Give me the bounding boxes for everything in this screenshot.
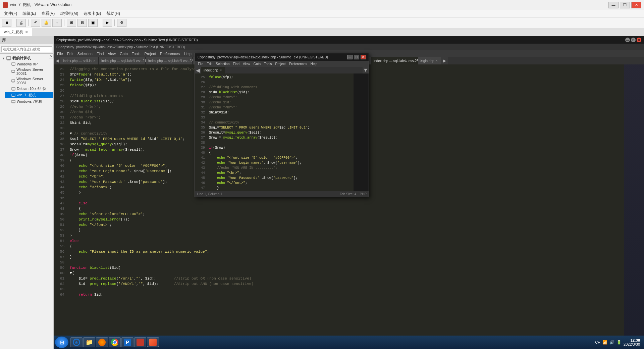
minimize-button[interactable]: —: [608, 2, 619, 8]
tab-scroll-left[interactable]: ◀: [54, 57, 60, 64]
taskbar-ie-button[interactable]: e: [70, 337, 83, 347]
popup-tab-right[interactable]: ▼: [363, 67, 369, 73]
menu-tabs[interactable]: 选项卡(B): [81, 10, 104, 17]
popup-tab-close[interactable]: ✕: [219, 68, 222, 72]
menu-edit[interactable]: 编辑(E): [20, 10, 39, 17]
sublime-menu-view[interactable]: View: [106, 52, 118, 56]
tab-2[interactable]: index.php — sqli-labs\Less-23 ✕: [146, 57, 193, 64]
tab-8-close[interactable]: ✕: [420, 59, 423, 62]
svg-rect-9: [12, 80, 15, 82]
taskbar-chrome-button[interactable]: [109, 337, 121, 347]
toolbar-pause[interactable]: ⏸: [2, 19, 11, 27]
svg-rect-2: [7, 60, 10, 60]
sidebar-item-label-ws2008: Windows Server 20081: [16, 77, 51, 85]
sidebar-item-mycomputer[interactable]: ▼ 我的计算机: [0, 55, 53, 61]
sidebar-item-win7b[interactable]: Windows 7靶机: [5, 98, 53, 105]
popup-menu-file[interactable]: File: [196, 62, 205, 66]
popup-menu-view[interactable]: View: [241, 62, 252, 66]
popup-menu-prefs[interactable]: Preferences: [287, 62, 309, 66]
toolbar-separator-4: [100, 19, 100, 26]
svg-rect-19: [12, 103, 14, 103]
popup-menu-goto[interactable]: Goto: [252, 62, 262, 66]
sublime-menu-edit[interactable]: Edit: [65, 52, 75, 56]
sidebar: 库 ✕ ▼ 我的计算机: [0, 36, 54, 349]
sidebar-item-winxp[interactable]: Windows XP: [5, 61, 53, 67]
sublime-minimap: [624, 64, 644, 342]
restore-button[interactable]: ❐: [620, 2, 630, 8]
vm-tab-active[interactable]: win_7_靶机 ✕: [0, 28, 32, 36]
menu-file[interactable]: 文件(F): [1, 10, 20, 17]
popup-menu-find[interactable]: Find: [231, 62, 241, 66]
tab-1-close[interactable]: ✕: [148, 59, 150, 62]
toolbar-bell[interactable]: 🔔: [42, 19, 51, 27]
sound-icon[interactable]: 🔊: [609, 340, 614, 345]
toolbar-separator-2: [28, 19, 29, 26]
toolbar-window3[interactable]: ▣: [88, 19, 98, 27]
taskbar-red-button[interactable]: [134, 337, 146, 347]
toolbar-print[interactable]: 🖨: [16, 19, 26, 27]
popup-menu-tools[interactable]: Tools: [262, 62, 273, 66]
toolbar-settings[interactable]: ⚙: [117, 19, 126, 27]
popup-menu-project[interactable]: Project: [274, 62, 287, 66]
taskbar-p-button[interactable]: P: [121, 337, 133, 347]
tab-9-close[interactable]: ✕: [435, 59, 438, 62]
tab-0-close[interactable]: ✕: [93, 59, 96, 62]
toolbar-play[interactable]: ▶: [103, 19, 112, 27]
taskbar-explorer-button[interactable]: 📁: [83, 337, 95, 347]
sidebar-item-ws2008[interactable]: Windows Server 20081: [5, 76, 53, 86]
menu-help[interactable]: 帮助(H): [104, 10, 123, 17]
svg-rect-14: [12, 90, 15, 91]
tab-1[interactable]: index.php — sqli-labs\Less-21 ✕: [99, 57, 146, 64]
popup-menu-edit[interactable]: Edit: [205, 62, 214, 66]
sublime-menu-find[interactable]: Find: [95, 52, 106, 56]
sublime-path-text: C:\phpstudy_pro\WWW\sqli-labs\Less-25\in…: [56, 45, 185, 49]
popup-code-area[interactable]: fclose($fp); //fiddling with comments $i…: [207, 73, 354, 191]
start-button[interactable]: ⊞: [55, 337, 68, 348]
tab-0[interactable]: index.php — sqli-la ✕: [60, 57, 99, 64]
sublime-menu-help[interactable]: Help: [182, 52, 194, 56]
sublime-title-bar: C:\phpstudy_pro\WWW\sqli-labs\Less-25\in…: [54, 36, 644, 44]
sublime-menu-file[interactable]: File: [55, 52, 65, 56]
tab-scroll-right[interactable]: ▶: [441, 57, 448, 64]
toolbar-back[interactable]: ↶: [31, 19, 40, 27]
menu-vm[interactable]: 虚拟机(M): [57, 10, 81, 17]
menu-view[interactable]: 查看(V): [39, 10, 57, 17]
sidebar-item-debian[interactable]: Debian 10.x 64 位: [5, 86, 53, 92]
toolbar-up[interactable]: ↑: [52, 19, 62, 27]
sidebar-close-icon[interactable]: ✕: [49, 54, 54, 58]
sublime-minimize[interactable]: —: [625, 38, 630, 42]
toolbar-window2[interactable]: ⊟: [77, 19, 87, 27]
sidebar-item-win7[interactable]: win_7_靶机: [5, 92, 53, 98]
taskbar-clock: 12:38 2022/3/30: [624, 338, 640, 346]
popup-maximize[interactable]: □: [354, 55, 359, 59]
popup-close[interactable]: ✕: [361, 55, 366, 59]
battery-icon[interactable]: 🔋: [616, 340, 622, 345]
close-button[interactable]: ✕: [631, 2, 641, 8]
sublime-menu-goto[interactable]: Goto: [118, 52, 130, 56]
sublime-menu-prefs[interactable]: Preferences: [158, 52, 182, 56]
vm-screen[interactable]: C:\phpstudy_pro\WWW\sqli-labs\Less-25\in…: [54, 36, 644, 349]
sublime-menu-project[interactable]: Project: [143, 52, 158, 56]
line-numbers: 2223242526 2728293031 3233343536 3738394…: [54, 64, 67, 342]
popup-minimize[interactable]: —: [347, 55, 353, 59]
sublime-close[interactable]: ✕: [637, 38, 641, 42]
popup-title-bar: C:\phpstudy_pro\WWW\sqli-labs\Less-25a\i…: [195, 53, 369, 61]
sublime-menu-selection[interactable]: Selection: [75, 52, 95, 56]
lang-icon: CH: [595, 340, 600, 344]
sublime-maximize[interactable]: □: [631, 38, 636, 42]
sidebar-item-ws2003[interactable]: Windows Server 20031: [5, 67, 53, 76]
tab-8[interactable]: index.php — sqli-labs\Less-25 ✕: [371, 57, 418, 64]
sidebar-search-input[interactable]: [1, 46, 52, 52]
popup-menu-help[interactable]: Help: [309, 62, 319, 66]
popup-tab-left[interactable]: ◀: [195, 67, 201, 73]
vm-tab-close[interactable]: ✕: [25, 30, 28, 34]
toolbar-window[interactable]: ⊞: [67, 19, 76, 27]
popup-editor-area[interactable]: 2526272829 3031323334 3536373839 4041424…: [195, 73, 369, 191]
sublime-menu-tools[interactable]: Tools: [130, 52, 143, 56]
taskbar-media-button[interactable]: [96, 337, 108, 347]
popup-menu-selection[interactable]: Selection: [214, 62, 231, 66]
popup-tab-active[interactable]: index.php ✕: [201, 67, 225, 73]
computer-icon-ws03: [11, 70, 15, 73]
network-icon[interactable]: 📶: [602, 340, 607, 345]
taskbar-sublime-button[interactable]: [147, 337, 159, 347]
